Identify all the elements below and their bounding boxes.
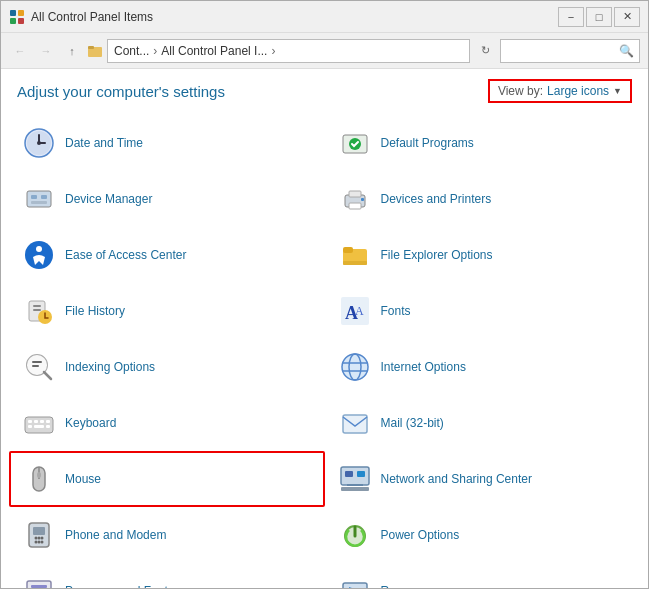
page-title: Adjust your computer's settings — [17, 83, 225, 100]
svg-point-38 — [342, 354, 368, 380]
item-mail[interactable]: Mail (32-bit) — [325, 395, 641, 451]
item-mouse[interactable]: Mouse — [9, 451, 325, 507]
item-icon-power-options — [337, 517, 373, 553]
item-label-default-programs: Default Programs — [381, 136, 474, 150]
svg-point-66 — [41, 541, 44, 544]
title-bar-left: All Control Panel Items — [9, 9, 153, 25]
svg-point-64 — [35, 541, 38, 544]
item-icon-fonts: AA — [337, 293, 373, 329]
item-icon-mouse — [21, 461, 57, 497]
folder-icon — [87, 43, 103, 59]
item-network-sharing[interactable]: Network and Sharing Center — [325, 451, 641, 507]
item-label-date-time: Date and Time — [65, 136, 143, 150]
item-label-fonts: Fonts — [381, 304, 411, 318]
item-label-devices-printers: Devices and Printers — [381, 192, 492, 206]
content-area: Adjust your computer's settings View by:… — [1, 69, 648, 588]
svg-point-10 — [37, 141, 41, 145]
search-wrapper: 🔍 — [500, 39, 640, 63]
svg-rect-5 — [88, 46, 94, 49]
item-phone-modem[interactable]: Phone and Modem — [9, 507, 325, 563]
item-date-time[interactable]: Date and Time — [9, 115, 325, 171]
item-fonts[interactable]: AA Fonts — [325, 283, 641, 339]
svg-rect-48 — [34, 425, 44, 428]
item-ease-access[interactable]: Ease of Access Center — [9, 227, 325, 283]
items-grid: Date and Time Default Programs Device Ma… — [1, 115, 648, 588]
svg-rect-0 — [10, 10, 16, 16]
svg-rect-1 — [18, 10, 24, 16]
item-default-programs[interactable]: Default Programs — [325, 115, 641, 171]
item-icon-mail — [337, 405, 373, 441]
svg-rect-50 — [343, 415, 367, 433]
forward-button[interactable]: → — [35, 40, 57, 62]
svg-rect-28 — [33, 309, 41, 311]
svg-rect-72 — [343, 583, 367, 588]
item-label-programs-features: Programs and Features — [65, 584, 191, 588]
back-button[interactable]: ← — [9, 40, 31, 62]
svg-rect-47 — [28, 425, 32, 428]
item-icon-indexing-options — [21, 349, 57, 385]
item-icon-ease-access — [21, 237, 57, 273]
svg-rect-27 — [33, 305, 41, 307]
item-icon-devices-printers — [337, 181, 373, 217]
item-icon-programs-features — [21, 573, 57, 588]
item-devices-printers[interactable]: Devices and Printers — [325, 171, 641, 227]
svg-point-65 — [38, 541, 41, 544]
maximize-button[interactable]: □ — [586, 7, 612, 27]
view-by-selector[interactable]: View by: Large icons ▼ — [488, 79, 632, 103]
chevron-down-icon: ▼ — [613, 86, 622, 96]
item-icon-device-manager — [21, 181, 57, 217]
address-path[interactable]: Cont... › All Control Panel I... › — [107, 39, 470, 63]
svg-rect-18 — [349, 191, 361, 197]
svg-rect-13 — [27, 191, 51, 207]
svg-point-61 — [35, 537, 38, 540]
item-icon-date-time — [21, 125, 57, 161]
item-icon-internet-options — [337, 349, 373, 385]
path-segment-1: Cont... — [114, 44, 149, 58]
window-icon — [9, 9, 25, 25]
svg-rect-58 — [341, 487, 369, 491]
item-keyboard[interactable]: Keyboard — [9, 395, 325, 451]
svg-rect-16 — [31, 201, 47, 204]
svg-rect-43 — [28, 420, 32, 423]
item-icon-keyboard — [21, 405, 57, 441]
items-scroll: Date and Time Default Programs Device Ma… — [1, 111, 648, 588]
view-by-label: View by: — [498, 84, 543, 98]
main-window: All Control Panel Items − □ ✕ ← → ↑ Cont… — [0, 0, 649, 589]
svg-point-63 — [41, 537, 44, 540]
svg-rect-60 — [33, 527, 45, 535]
svg-rect-44 — [34, 420, 38, 423]
header-bar: Adjust your computer's settings View by:… — [1, 69, 648, 111]
svg-rect-3 — [18, 18, 24, 24]
item-label-recovery: Recovery — [381, 584, 432, 588]
svg-rect-36 — [32, 361, 42, 363]
svg-point-22 — [36, 246, 42, 252]
refresh-button[interactable]: ↻ — [474, 40, 496, 62]
item-file-history[interactable]: File History — [9, 283, 325, 339]
svg-rect-56 — [357, 471, 365, 477]
svg-rect-46 — [46, 420, 50, 423]
item-label-internet-options: Internet Options — [381, 360, 466, 374]
title-bar: All Control Panel Items − □ ✕ — [1, 1, 648, 33]
item-file-explorer[interactable]: File Explorer Options — [325, 227, 641, 283]
item-icon-default-programs — [337, 125, 373, 161]
up-button[interactable]: ↑ — [61, 40, 83, 62]
svg-rect-25 — [343, 261, 367, 265]
item-indexing-options[interactable]: Indexing Options — [9, 339, 325, 395]
item-power-options[interactable]: Power Options — [325, 507, 641, 563]
item-recovery[interactable]: Recovery — [325, 563, 641, 588]
svg-rect-69 — [31, 585, 47, 588]
item-label-file-history: File History — [65, 304, 125, 318]
item-label-file-explorer: File Explorer Options — [381, 248, 493, 262]
view-by-value: Large icons — [547, 84, 609, 98]
item-icon-phone-modem — [21, 517, 57, 553]
item-icon-file-history — [21, 293, 57, 329]
close-button[interactable]: ✕ — [614, 7, 640, 27]
item-label-mouse: Mouse — [65, 472, 101, 486]
item-label-keyboard: Keyboard — [65, 416, 116, 430]
item-device-manager[interactable]: Device Manager — [9, 171, 325, 227]
item-programs-features[interactable]: Programs and Features — [9, 563, 325, 588]
minimize-button[interactable]: − — [558, 7, 584, 27]
item-internet-options[interactable]: Internet Options — [325, 339, 641, 395]
svg-rect-14 — [31, 195, 37, 199]
svg-rect-37 — [32, 365, 39, 367]
